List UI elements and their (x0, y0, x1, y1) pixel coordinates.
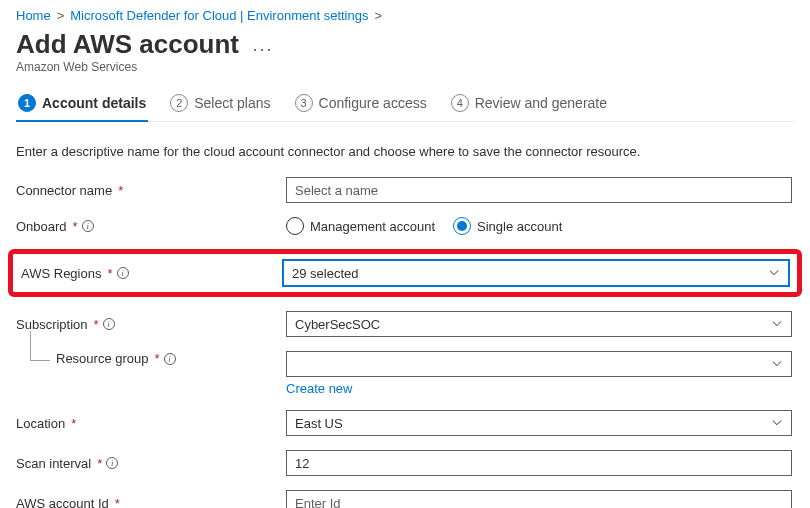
required-icon: * (107, 266, 112, 281)
tab-num: 1 (18, 94, 36, 112)
tab-num: 2 (170, 94, 188, 112)
label-connector-name: Connector name * (16, 183, 286, 198)
info-icon[interactable]: i (103, 318, 115, 330)
info-icon[interactable]: i (106, 457, 118, 469)
tab-label: Configure access (319, 95, 427, 111)
highlight-aws-regions: AWS Regions * i 29 selected (8, 249, 802, 297)
breadcrumb: Home > Microsoft Defender for Cloud | En… (16, 8, 794, 23)
required-icon: * (155, 351, 160, 366)
row-onboard: Onboard * i Management account Single ac… (16, 217, 794, 235)
subscription-select[interactable]: CyberSecSOC (286, 311, 792, 337)
onboard-radio-group: Management account Single account (286, 217, 792, 235)
required-icon: * (71, 416, 76, 431)
row-aws-regions: AWS Regions * i 29 selected (19, 260, 791, 286)
tab-label: Review and generate (475, 95, 607, 111)
indent-line-icon (30, 331, 50, 361)
row-scan-interval: Scan interval * i (16, 450, 794, 476)
row-aws-account-id: AWS account Id * (16, 490, 794, 508)
required-icon: * (115, 496, 120, 508)
row-subscription: Subscription * i CyberSecSOC (16, 311, 794, 337)
tab-num: 3 (295, 94, 313, 112)
info-icon[interactable]: i (82, 220, 94, 232)
label-location: Location * (16, 416, 286, 431)
label-subscription: Subscription * i (16, 317, 286, 332)
required-icon: * (73, 219, 78, 234)
create-new-link[interactable]: Create new (286, 381, 352, 396)
radio-icon (453, 217, 471, 235)
location-select[interactable]: East US (286, 410, 792, 436)
row-connector-name: Connector name * (16, 177, 794, 203)
tab-label: Select plans (194, 95, 270, 111)
radio-management-account[interactable]: Management account (286, 217, 435, 235)
resource-group-select[interactable] (286, 351, 792, 377)
label-aws-regions: AWS Regions * i (19, 266, 283, 281)
required-icon: * (97, 456, 102, 471)
connector-name-input[interactable] (286, 177, 792, 203)
breadcrumb-home[interactable]: Home (16, 8, 51, 23)
aws-account-id-input[interactable] (286, 490, 792, 508)
radio-icon (286, 217, 304, 235)
required-icon: * (118, 183, 123, 198)
row-resource-group: Resource group * i Create new (16, 351, 794, 396)
required-icon: * (94, 317, 99, 332)
label-resource-group: Resource group * i (16, 351, 286, 366)
row-location: Location * East US (16, 410, 794, 436)
tab-num: 4 (451, 94, 469, 112)
tab-account-details[interactable]: 1 Account details (16, 88, 148, 122)
page-subtitle: Amazon Web Services (16, 60, 794, 74)
label-onboard: Onboard * i (16, 219, 286, 234)
page-title: Add AWS account (16, 29, 239, 60)
intro-text: Enter a descriptive name for the cloud a… (16, 144, 794, 159)
wizard-tabs: 1 Account details 2 Select plans 3 Confi… (16, 88, 794, 122)
radio-single-account[interactable]: Single account (453, 217, 562, 235)
page-header: Add AWS account ··· (16, 29, 794, 60)
tab-label: Account details (42, 95, 146, 111)
scan-interval-input[interactable] (286, 450, 792, 476)
tab-review-generate[interactable]: 4 Review and generate (449, 88, 609, 122)
more-icon[interactable]: ··· (253, 39, 274, 60)
chevron-down-icon (771, 358, 783, 370)
breadcrumb-defender[interactable]: Microsoft Defender for Cloud | Environme… (70, 8, 368, 23)
chevron-right-icon: > (57, 8, 65, 23)
chevron-down-icon (768, 267, 780, 279)
tab-configure-access[interactable]: 3 Configure access (293, 88, 429, 122)
info-icon[interactable]: i (117, 267, 129, 279)
label-aws-account-id: AWS account Id * (16, 496, 286, 508)
info-icon[interactable]: i (164, 353, 176, 365)
aws-regions-select[interactable]: 29 selected (283, 260, 789, 286)
chevron-right-icon: > (374, 8, 382, 23)
chevron-down-icon (771, 318, 783, 330)
tab-select-plans[interactable]: 2 Select plans (168, 88, 272, 122)
label-scan-interval: Scan interval * i (16, 456, 286, 471)
chevron-down-icon (771, 417, 783, 429)
